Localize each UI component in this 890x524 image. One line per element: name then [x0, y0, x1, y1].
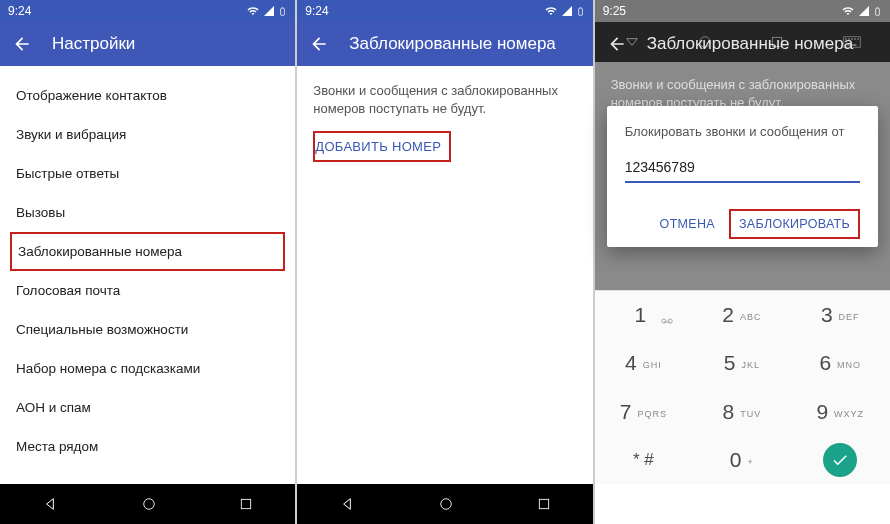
battery-icon — [873, 5, 882, 18]
app-bar: Заблокированные номера — [297, 22, 592, 66]
key-8[interactable]: 8TUV — [693, 388, 791, 436]
nav-home-icon[interactable] — [439, 497, 453, 511]
cancel-button[interactable]: ОТМЕНА — [656, 211, 719, 237]
svg-point-0 — [143, 499, 154, 510]
app-bar: Настройки — [0, 22, 295, 66]
wifi-icon — [246, 5, 260, 17]
key-2[interactable]: 2ABC — [693, 291, 791, 339]
key-confirm[interactable] — [792, 436, 890, 484]
list-item[interactable]: Быстрые ответы — [16, 154, 279, 193]
key-star-hash[interactable]: * # — [595, 436, 693, 484]
add-number-button[interactable]: ДОБАВИТЬ НОМЕР — [315, 139, 441, 154]
page-title: Заблокированные номера — [349, 34, 555, 54]
key-4[interactable]: 4GHI — [595, 339, 693, 387]
signal-icon — [263, 5, 275, 17]
voicemail-icon — [660, 315, 674, 333]
phone-input[interactable] — [625, 155, 860, 183]
wifi-icon — [544, 5, 558, 17]
block-button[interactable]: ЗАБЛОКИРОВАТЬ — [729, 209, 860, 239]
app-bar-dimmed: Заблокированные номера — [595, 22, 890, 66]
page-title: Настройки — [52, 34, 135, 54]
dialog-actions: ОТМЕНА ЗАБЛОКИРОВАТЬ — [625, 209, 860, 239]
key-7[interactable]: 7PQRS — [595, 388, 693, 436]
screen-blocked-list: 9:24 Заблокированные номера Звонки и соо… — [297, 0, 592, 524]
list-item[interactable]: Вызовы — [16, 193, 279, 232]
block-dialog: Блокировать звонки и сообщения от ОТМЕНА… — [607, 106, 878, 247]
screen-dialog-keypad: 9:25 Заблокированные номера Звонки и соо… — [595, 0, 890, 524]
list-item[interactable]: Звуки и вибрация — [16, 115, 279, 154]
signal-icon — [561, 5, 573, 17]
svg-rect-1 — [242, 499, 251, 508]
status-icons — [246, 5, 287, 18]
back-arrow-icon[interactable] — [12, 34, 32, 54]
clock: 9:25 — [603, 4, 626, 18]
list-item[interactable]: Голосовая почта — [16, 271, 279, 310]
nav-recent-icon[interactable] — [537, 497, 551, 511]
list-item[interactable]: Места рядом — [16, 427, 279, 466]
list-item[interactable]: Специальные возможности — [16, 310, 279, 349]
nav-bar — [297, 484, 592, 524]
battery-icon — [576, 5, 585, 18]
status-bar: 9:24 — [297, 0, 592, 22]
nav-recent-icon[interactable] — [239, 497, 253, 511]
wifi-icon — [841, 5, 855, 17]
clock: 9:24 — [305, 4, 328, 18]
status-icons — [841, 5, 882, 18]
list-item[interactable]: АОН и спам — [16, 388, 279, 427]
blocked-content: Звонки и сообщения с заблокированных ном… — [297, 66, 592, 484]
check-icon — [831, 451, 849, 469]
list-item-blocked-numbers[interactable]: Заблокированные номера — [10, 232, 285, 271]
key-0[interactable]: 0+ — [693, 436, 791, 484]
signal-icon — [858, 5, 870, 17]
battery-icon — [278, 5, 287, 18]
description-text: Звонки и сообщения с заблокированных ном… — [313, 76, 576, 131]
key-5[interactable]: 5JKL — [693, 339, 791, 387]
add-number-highlight: ДОБАВИТЬ НОМЕР — [313, 131, 451, 162]
key-1[interactable]: 1 — [595, 291, 693, 339]
list-item[interactable]: Отображение контактов — [16, 76, 279, 115]
list-item[interactable]: Набор номера с подсказками — [16, 349, 279, 388]
key-3[interactable]: 3DEF — [792, 291, 890, 339]
screen-settings: 9:24 Настройки Отображение контактов Зву… — [0, 0, 295, 524]
nav-back-icon[interactable] — [42, 496, 58, 512]
nav-back-icon[interactable] — [339, 496, 355, 512]
status-icons — [544, 5, 585, 18]
nav-bar — [0, 484, 295, 524]
dialog-title: Блокировать звонки и сообщения от — [625, 124, 860, 139]
page-title: Заблокированные номера — [647, 34, 853, 54]
status-bar: 9:24 — [0, 0, 295, 22]
svg-point-2 — [441, 499, 452, 510]
key-9[interactable]: 9WXYZ — [792, 388, 890, 436]
back-arrow-icon[interactable] — [309, 34, 329, 54]
clock: 9:24 — [8, 4, 31, 18]
settings-list: Отображение контактов Звуки и вибрация Б… — [0, 66, 295, 484]
status-bar: 9:25 — [595, 0, 890, 22]
key-6[interactable]: 6MNO — [792, 339, 890, 387]
back-arrow-icon — [607, 34, 627, 54]
nav-home-icon[interactable] — [142, 497, 156, 511]
svg-rect-3 — [539, 499, 548, 508]
numeric-keypad: 1 2ABC 3DEF 4GHI 5JKL 6MNO 7PQRS 8TUV 9W… — [595, 290, 890, 484]
